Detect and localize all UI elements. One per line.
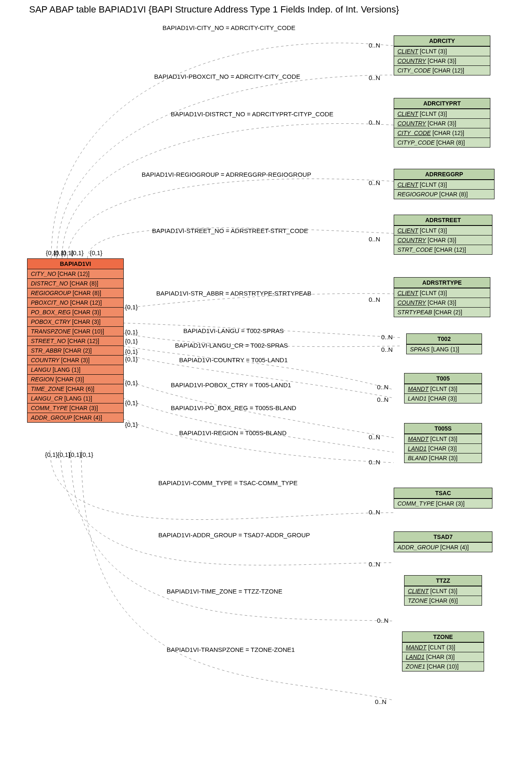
table-field: CITY_CODE [CHAR (12)] bbox=[394, 128, 490, 138]
cardinality-label: 0..N bbox=[375, 698, 387, 705]
table-adrcityprt: ADRCITYPRTCLIENT [CLNT (3)]COUNTRY [CHAR… bbox=[394, 98, 490, 148]
table-field: COUNTRY [CHAR (3)] bbox=[394, 56, 490, 65]
table-field: COMM_TYPE [CHAR (3)] bbox=[27, 403, 123, 413]
table-header: ADRSTREET bbox=[394, 215, 492, 225]
relation-label: BAPIAD1VI-ADDR_GROUP = TSAD7-ADDR_GROUP bbox=[158, 531, 310, 539]
table-field: CLIENT [CLNT (3)] bbox=[394, 225, 492, 235]
table-field: STRT_CODE [CHAR (12)] bbox=[394, 245, 492, 254]
relation-label: BAPIAD1VI-STR_ABBR = ADRSTRTYPE-STRTYPEA… bbox=[156, 290, 311, 297]
cardinality-label: 0..N bbox=[369, 235, 380, 243]
cardinality-label: 0..N bbox=[369, 42, 380, 49]
erd-canvas: BAPIAD1VI CITY_NO [CHAR (12)]DISTRCT_NO … bbox=[4, 17, 528, 759]
cardinality-label: 0..N bbox=[377, 617, 389, 624]
table-field: ADDR_GROUP [CHAR (4)] bbox=[27, 413, 123, 422]
relation-label: BAPIAD1VI-STREET_NO = ADRSTREET-STRT_COD… bbox=[152, 227, 308, 234]
table-field: ZONE1 [CHAR (10)] bbox=[402, 661, 484, 671]
cardinality-label: 0..N bbox=[381, 346, 393, 353]
table-field: COUNTRY [CHAR (3)] bbox=[27, 355, 123, 365]
cardinality-label: 0..N bbox=[381, 333, 393, 341]
cardinality-label: 0..N bbox=[369, 561, 380, 568]
table-field: MANDT [CLNT (3)] bbox=[402, 642, 484, 652]
cardinality-label: {0,1} bbox=[71, 249, 84, 256]
table-adrstrtype: ADRSTRTYPECLIENT [CLNT (3)]COUNTRY [CHAR… bbox=[394, 277, 490, 317]
cardinality-label: 0..N bbox=[369, 119, 380, 126]
relation-label: BAPIAD1VI-POBOX_CTRY = T005-LAND1 bbox=[171, 381, 291, 388]
table-field: CLIENT [CLNT (3)] bbox=[394, 46, 490, 56]
table-field: REGIOGROUP [CHAR (8)] bbox=[394, 189, 494, 199]
table-field: REGION [CHAR (3)] bbox=[27, 374, 123, 384]
cardinality-label: 0..N bbox=[377, 383, 389, 391]
relation-label: BAPIAD1VI-CITY_NO = ADRCITY-CITY_CODE bbox=[162, 24, 295, 31]
cardinality-label: {0,1} bbox=[125, 303, 138, 311]
table-field: ADDR_GROUP [CHAR (4)] bbox=[394, 542, 492, 552]
cardinality-label: 0..N bbox=[369, 458, 380, 466]
relation-label: BAPIAD1VI-TIME_ZONE = TTZZ-TZONE bbox=[167, 588, 282, 595]
table-field: STR_ABBR [CHAR (2)] bbox=[27, 346, 123, 355]
cardinality-label: {0,1} bbox=[125, 356, 138, 363]
relation-label: BAPIAD1VI-DISTRCT_NO = ADRCITYPRT-CITYP_… bbox=[171, 110, 333, 118]
table-adrstreet: ADRSTREETCLIENT [CLNT (3)]COUNTRY [CHAR … bbox=[394, 215, 492, 255]
table-field: CITY_CODE [CHAR (12)] bbox=[394, 65, 490, 75]
relation-label: BAPIAD1VI-PBOXCIT_NO = ADRCITY-CITY_CODE bbox=[154, 73, 300, 80]
cardinality-label: {0,1} bbox=[125, 348, 138, 355]
table-field: COUNTRY [CHAR (3)] bbox=[394, 118, 490, 128]
table-field: CITY_NO [CHAR (12)] bbox=[27, 269, 123, 278]
table-header: TSAC bbox=[394, 488, 492, 498]
cardinality-label: 0..N bbox=[369, 296, 380, 303]
table-header: TZONE bbox=[402, 632, 484, 642]
page-title: SAP ABAP table BAPIAD1VI {BAPI Structure… bbox=[29, 4, 532, 15]
relation-label: BAPIAD1VI-COUNTRY = T005-LAND1 bbox=[179, 356, 288, 363]
table-field: PBOXCIT_NO [CHAR (12)] bbox=[27, 298, 123, 307]
table-header: TTZZ bbox=[405, 576, 482, 586]
table-tsac: TSACCOMM_TYPE [CHAR (3)] bbox=[394, 488, 492, 508]
table-header: T005 bbox=[405, 373, 482, 384]
table-field: CITYP_CODE [CHAR (8)] bbox=[394, 138, 490, 147]
table-field: COMM_TYPE [CHAR (3)] bbox=[394, 498, 492, 508]
table-field: CLIENT [CLNT (3)] bbox=[394, 180, 494, 189]
table-field: PO_BOX_REG [CHAR (3)] bbox=[27, 307, 123, 317]
table-header: ADRREGGRP bbox=[394, 169, 494, 180]
cardinality-label: 0..N bbox=[369, 74, 380, 81]
cardinality-label: {0,1} bbox=[80, 451, 93, 458]
table-header: ADRCITYPRT bbox=[394, 98, 490, 109]
table-header: BAPIAD1VI bbox=[27, 259, 123, 269]
table-field: LAND1 [CHAR (3)] bbox=[402, 652, 484, 661]
table-field: LANGU [LANG (1)] bbox=[27, 365, 123, 374]
table-field: LAND1 [CHAR (3)] bbox=[405, 393, 482, 403]
cardinality-label: 0..N bbox=[369, 433, 380, 441]
cardinality-label: {0,1} bbox=[125, 421, 138, 428]
table-field: MANDT [CLNT (3)] bbox=[405, 384, 482, 393]
relation-label: BAPIAD1VI-TRANSPZONE = TZONE-ZONE1 bbox=[167, 646, 295, 653]
cardinality-label: {0,1} bbox=[69, 451, 82, 458]
table-field: CLIENT [CLNT (3)] bbox=[394, 288, 490, 298]
relation-label: BAPIAD1VI-REGIOGROUP = ADRREGGRP-REGIOGR… bbox=[142, 171, 311, 178]
table-field: MANDT [CLNT (3)] bbox=[405, 434, 482, 443]
cardinality-label: {0,1} bbox=[90, 249, 102, 256]
table-field: REGIOGROUP [CHAR (8)] bbox=[27, 288, 123, 298]
relation-label: BAPIAD1VI-LANGU_CR = T002-SPRAS bbox=[175, 342, 288, 349]
cardinality-label: {0,1} bbox=[45, 451, 58, 458]
table-field: STRTYPEAB [CHAR (2)] bbox=[394, 307, 490, 317]
table-header: T005S bbox=[405, 423, 482, 434]
table-field: CLIENT [CLNT (3)] bbox=[394, 109, 490, 118]
table-field: COUNTRY [CHAR (3)] bbox=[394, 298, 490, 307]
table-t005s: T005SMANDT [CLNT (3)]LAND1 [CHAR (3)]BLA… bbox=[404, 423, 482, 463]
cardinality-label: {0,1} bbox=[125, 328, 138, 336]
table-tsad7: TSAD7ADDR_GROUP [CHAR (4)] bbox=[394, 531, 492, 552]
cardinality-label: 0..N bbox=[377, 396, 389, 403]
relation-label: BAPIAD1VI-REGION = T005S-BLAND bbox=[179, 429, 287, 436]
table-field: TIME_ZONE [CHAR (6)] bbox=[27, 384, 123, 393]
table-field: TRANSPZONE [CHAR (10)] bbox=[27, 326, 123, 336]
table-header: TSAD7 bbox=[394, 532, 492, 542]
table-field: SPRAS [LANG (1)] bbox=[407, 344, 482, 354]
table-header: ADRSTRTYPE bbox=[394, 278, 490, 288]
table-adrreggrp: ADRREGGRPCLIENT [CLNT (3)]REGIOGROUP [CH… bbox=[394, 169, 495, 199]
table-adrcity: ADRCITYCLIENT [CLNT (3)]COUNTRY [CHAR (3… bbox=[394, 35, 490, 75]
cardinality-label: 0..N bbox=[369, 508, 380, 516]
table-field: COUNTRY [CHAR (3)] bbox=[394, 235, 492, 245]
table-header: ADRCITY bbox=[394, 36, 490, 46]
table-field: LANGU_CR [LANG (1)] bbox=[27, 393, 123, 403]
table-ttzz: TTZZCLIENT [CLNT (3)]TZONE [CHAR (6)] bbox=[404, 575, 482, 606]
table-field: BLAND [CHAR (3)] bbox=[405, 453, 482, 463]
table-header: T002 bbox=[407, 334, 482, 344]
